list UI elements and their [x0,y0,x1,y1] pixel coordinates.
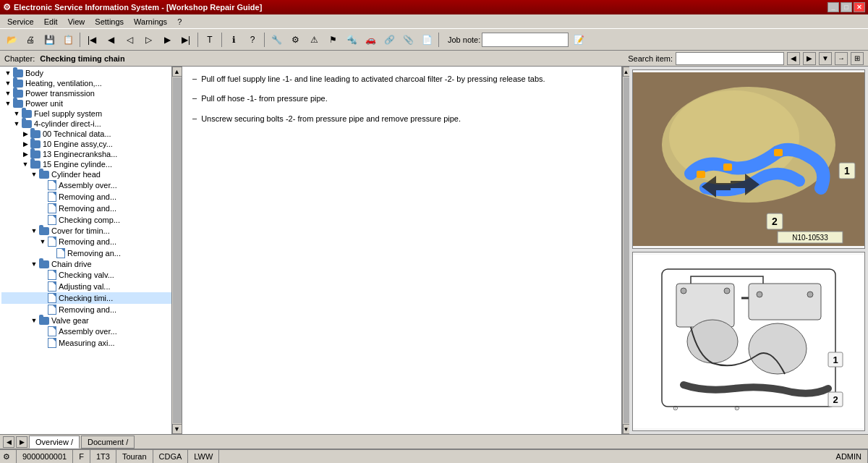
tree-item-assembly-over1[interactable]: Assembly over... [1,179,180,191]
search-go-button[interactable]: → [835,52,848,65]
toolbar-btn-tools2[interactable]: ⚙ [286,31,304,48]
toolbar-btn-save[interactable]: 💾 [41,31,58,48]
tree-item-adjusting[interactable]: Adjusting val... [1,281,180,292]
tree-item-chain[interactable]: ▼ Chain drive [1,259,180,269]
folder-icon-heating [13,80,23,88]
doc-icon-removing2 [48,203,56,213]
nav-back-button[interactable]: ◀ [3,436,14,448]
status-f: F [73,450,90,463]
svg-point-23 [807,292,813,297]
tree-item-checking-comp[interactable]: Checking comp... [1,214,180,226]
menu-warnings[interactable]: Warnings [129,16,171,27]
toolbar-btn-parts[interactable]: 🔩 [343,31,360,48]
toolbar-btn-flag[interactable]: ⚑ [324,31,341,48]
tree-item-removing-sub[interactable]: Removing an... [1,247,180,259]
close-button[interactable]: ✕ [854,2,865,12]
expand-icon-power-unit: ▼ [4,100,12,107]
tab-overview[interactable]: Overview / [29,436,80,449]
tree-item-cover[interactable]: ▼ Cover for timin... [1,226,180,236]
tree-item-15eng[interactable]: ▼ 15 Engine cylinde... [1,159,180,169]
tree-item-power-trans[interactable]: ▼ Power transmission [1,88,180,98]
content-scroll-thumb[interactable] [624,77,629,423]
search-prev-button[interactable]: ◀ [787,52,800,65]
tree-item-fuel[interactable]: ▼ Fuel supply system [1,109,180,119]
toolbar-btn-wrench[interactable]: 🔧 [268,31,285,48]
search-extra-button[interactable]: ⊞ [851,52,864,65]
toolbar-btn-copy[interactable]: 📋 [59,31,77,48]
job-note-input[interactable] [482,33,569,47]
restore-button[interactable]: □ [841,2,852,12]
toolbar-btn-info[interactable]: ℹ [225,31,242,48]
tree-label-assembly1: Assembly over... [59,181,117,190]
scroll-thumb[interactable] [173,77,182,423]
tree-item-heating[interactable]: ▼ Heating, ventilation,... [1,78,180,88]
tree-item-body[interactable]: ▼ Body [1,68,180,78]
tree-item-cyl-head[interactable]: ▼ Cylinder head [1,169,180,179]
toolbar-btn-first[interactable]: |◀ [83,31,101,48]
search-input[interactable] [676,52,784,65]
tree-item-removing1[interactable]: Removing and... [1,191,180,203]
menu-service[interactable]: Service [3,16,38,27]
toolbar-btn-back[interactable]: ◁ [121,31,138,48]
scroll-up-arrow[interactable]: ▲ [172,67,182,77]
toolbar-btn-open[interactable]: 📂 [3,31,20,48]
tree-item-power-unit[interactable]: ▼ Power unit [1,98,180,109]
status-code2: CDGA [153,450,189,463]
tree-label-13eng: 13 Enginecranksha... [43,150,117,158]
folder-icon-13eng [30,150,41,158]
search-options-button[interactable]: ▼ [819,52,832,65]
folder-icon-chain [39,260,49,268]
toolbar-btn-fwd[interactable]: ▷ [140,31,157,48]
tab-document[interactable]: Document / [81,436,135,449]
toolbar-btn-print[interactable]: 🖨 [22,31,39,48]
tree-item-removing-cover[interactable]: ▼ Removing and... [1,236,180,247]
toolbar-btn-car[interactable]: 🚗 [362,31,379,48]
tree-item-10eng[interactable]: ▶ 10 Engine assy,cy... [1,139,180,149]
tree-item-4cyl[interactable]: ▼ 4-cylinder direct-i... [1,119,180,129]
toolbar-btn-next[interactable]: ▶ [158,31,176,48]
menu-help[interactable]: ? [173,16,186,27]
tree-item-measuring[interactable]: Measuring axi... [1,337,180,349]
title-bar: ⚙ Electronic Service Information System … [0,0,868,14]
expand-icon-power-trans: ▼ [4,90,12,97]
toolbar-btn-extra[interactable]: 📎 [399,31,417,48]
toolbar-btn-jobnote[interactable]: 📝 [570,31,587,48]
toolbar-btn-text[interactable]: T [201,31,218,48]
menu-view[interactable]: View [64,16,90,27]
tree-item-checking-valv[interactable]: Checking valv... [1,269,180,281]
toolbar-sep5 [438,33,439,47]
expand-icon-valve: ▼ [30,317,38,324]
content-scrollbar[interactable]: ▲ ▼ [622,67,629,434]
toolbar-btn-extra2[interactable]: 📄 [418,31,435,48]
tree-item-valve[interactable]: ▼ Valve gear [1,315,180,326]
content-scroll-down[interactable]: ▼ [623,424,630,434]
svg-text:2: 2 [833,394,838,405]
tree-scrollbar[interactable]: ▲ ▼ [171,67,182,434]
minimize-button[interactable]: _ [827,2,839,12]
search-next-button[interactable]: ▶ [803,52,816,65]
toolbar-btn-last[interactable]: ▶| [177,31,195,48]
tree-item-13eng[interactable]: ▶ 13 Enginecranksha... [1,149,180,159]
tree-label-assembly-valve: Assembly over... [59,327,117,336]
tree-label-00tech: 00 Technical data... [43,129,111,138]
toolbar-btn-warn[interactable]: ⚠ [305,31,323,48]
toolbar-btn-prev[interactable]: ◀ [102,31,119,48]
menu-edit[interactable]: Edit [40,16,62,27]
tree-item-checking-timi[interactable]: Checking timi... [1,292,180,304]
folder-icon-15eng [30,161,41,169]
tree-item-assembly-valve[interactable]: Assembly over... [1,326,180,337]
nav-fwd-button[interactable]: ▶ [16,436,27,448]
content-scroll-up[interactable]: ▲ [623,67,630,77]
tree-item-00tech[interactable]: ▶ 00 Technical data... [1,129,180,139]
tree-item-removing2[interactable]: Removing and... [1,203,180,214]
menu-bar: Service Edit View Settings Warnings ? [0,14,868,29]
svg-rect-4 [774,149,783,156]
expand-icon-chain: ▼ [30,260,38,268]
title-bar-controls[interactable]: _ □ ✕ [827,2,865,12]
tree-item-removing-chain[interactable]: Removing and... [1,304,180,315]
scroll-down-arrow[interactable]: ▼ [172,424,182,434]
toolbar-btn-ref[interactable]: 🔗 [380,31,398,48]
toolbar-btn-help[interactable]: ? [244,31,261,48]
folder-icon-body [13,69,23,77]
menu-settings[interactable]: Settings [90,16,128,27]
